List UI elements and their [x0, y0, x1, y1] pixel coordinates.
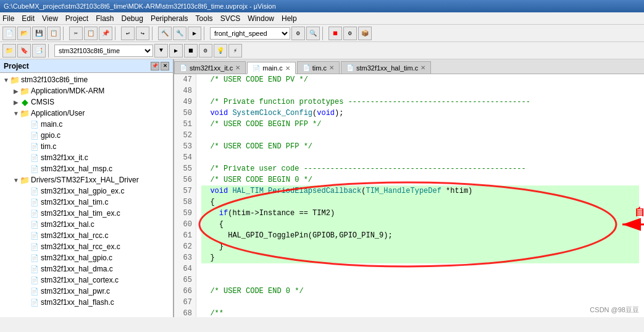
tree-item-19[interactable]: 📄stm32f1xx_hal_pwr.c: [0, 286, 173, 297]
t2-btn3[interactable]: 📑: [32, 44, 46, 57]
config-btn[interactable]: ⚙: [343, 27, 357, 40]
target-combo[interactable]: front_right_speed: [210, 27, 290, 40]
tree-item-13[interactable]: 📄stm32f1xx_hal.c: [0, 219, 173, 230]
code-editor[interactable]: 4748495051525354555657585960616263646566…: [174, 74, 644, 317]
line-number-47: 47: [178, 74, 192, 85]
line-number-58: 58: [178, 197, 192, 208]
sep1: [63, 27, 67, 40]
menu-item-project[interactable]: Project: [65, 14, 88, 23]
build-btn[interactable]: 🔨: [158, 27, 172, 40]
t2-build-btn[interactable]: ▶: [169, 44, 183, 57]
tree-item-8[interactable]: 📄stm32f1xx_hal_msp.c: [0, 163, 173, 174]
project-close-btn[interactable]: ✕: [161, 62, 169, 70]
tab-close-3[interactable]: ✕: [420, 64, 425, 71]
menu-item-svcs[interactable]: SVCS: [220, 14, 241, 23]
line-number-59: 59: [178, 208, 192, 219]
combo-settings-btn[interactable]: ⚙: [291, 27, 305, 40]
tree-item-5[interactable]: 📄gpio.c: [0, 130, 173, 141]
tree-item-11[interactable]: 📄stm32f1xx_hal_tim.c: [0, 197, 173, 208]
t2-config-btn[interactable]: ⚙: [199, 44, 212, 57]
menu-item-view[interactable]: View: [42, 14, 58, 23]
tab-close-2[interactable]: ✕: [329, 64, 334, 71]
tree-label-6: tim.c: [41, 142, 56, 151]
file-icon-8: 📄: [30, 164, 40, 174]
line-number-64: 64: [178, 263, 192, 275]
file-icon-19: 📄: [30, 286, 40, 296]
tab-1[interactable]: 📄main.c✕: [247, 62, 295, 74]
copy-btn[interactable]: 📋: [84, 27, 98, 40]
tree-item-12[interactable]: 📄stm32f1xx_hal_tim_ex.c: [0, 208, 173, 219]
toolbar-row2: 📁 🔖 📑 stm32f103c8t6_time ▼ ▶ ⏹ ⚙ 💡 ⚡: [0, 42, 644, 59]
t2-btn1[interactable]: 📁: [2, 44, 16, 57]
t2-btn2[interactable]: 🔖: [17, 44, 31, 57]
menu-item-debug[interactable]: Debug: [122, 14, 143, 23]
open-btn[interactable]: 📂: [17, 27, 31, 40]
tree-item-14[interactable]: 📄stm32f1xx_hal_rcc.c: [0, 230, 173, 241]
tree-item-9[interactable]: ▼📁Drivers/STM32F1xx_HAL_Driver: [0, 174, 173, 185]
code-line-48: [201, 85, 639, 96]
menu-item-peripherals[interactable]: Peripherals: [151, 14, 188, 23]
t2-arrow-btn[interactable]: ▼: [154, 44, 168, 57]
stop-btn[interactable]: ⏹: [328, 27, 342, 40]
file-icon-17: 📄: [30, 264, 40, 274]
tree-item-6[interactable]: 📄tim.c: [0, 141, 173, 152]
tree-item-17[interactable]: 📄stm32f1xx_hal_dma.c: [0, 263, 173, 275]
tree-item-7[interactable]: 📄stm32f1xx_it.c: [0, 152, 173, 163]
packs-btn[interactable]: 📦: [358, 27, 372, 40]
rebuild-btn[interactable]: 🔧: [173, 27, 186, 40]
debug-btn[interactable]: ▶: [188, 27, 201, 40]
folder-icon-1: 📁: [20, 86, 30, 96]
line-number-53: 53: [178, 141, 192, 152]
tab-3[interactable]: 📄stm32f1xx_hal_tim.c✕: [341, 61, 431, 74]
find-btn[interactable]: 🔍: [306, 27, 320, 40]
project-panel: Project 📌 ✕ ▼📁stm32f103c8t6_time▶📁Applic…: [0, 59, 174, 317]
tree-item-20[interactable]: 📄stm32f1xx_hal_flash.c: [0, 297, 173, 308]
cut-btn[interactable]: ✂: [69, 27, 83, 40]
line-number-50: 50: [178, 108, 192, 119]
tree-label-17: stm32f1xx_hal_dma.c: [41, 265, 113, 273]
code-line-57: void HAL_TIM_PeriodElapsedCallback(TIM_H…: [201, 185, 639, 197]
menu-item-help[interactable]: Help: [282, 14, 297, 23]
tree-item-4[interactable]: 📄main.c: [0, 119, 173, 130]
tree-label-15: stm32f1xx_hal_rcc_ex.c: [41, 242, 120, 251]
tree-item-3[interactable]: ▼📁Application/User: [0, 108, 173, 119]
tree-label-8: stm32f1xx_hal_msp.c: [41, 164, 112, 173]
t2-load-btn[interactable]: 💡: [214, 44, 227, 57]
undo-btn[interactable]: ↩: [121, 27, 135, 40]
new-btn[interactable]: 📄: [2, 27, 16, 40]
project-target-combo[interactable]: stm32f103c8t6_time: [54, 45, 153, 57]
save-all-btn[interactable]: 📋: [47, 27, 61, 40]
code-line-49: /* Private function prototypes ---------…: [201, 96, 639, 108]
menu-item-window[interactable]: Window: [248, 14, 274, 23]
tab-file-icon-1: 📄: [253, 65, 260, 72]
tree-item-2[interactable]: ▶◆CMSIS: [0, 96, 173, 108]
save-btn[interactable]: 💾: [32, 27, 46, 40]
file-icon-12: 📄: [30, 208, 40, 218]
menu-item-flash[interactable]: Flash: [96, 14, 114, 23]
tab-close-0[interactable]: ✕: [235, 64, 240, 71]
menu-item-tools[interactable]: Tools: [196, 14, 213, 23]
t2-stop-btn[interactable]: ⏹: [184, 44, 198, 57]
tree-item-10[interactable]: 📄stm32f1xx_hal_gpio_ex.c: [0, 185, 173, 197]
sep2: [115, 27, 119, 40]
tree-item-0[interactable]: ▼📁stm32f103c8t6_time: [0, 74, 173, 85]
t2-flash-btn[interactable]: ⚡: [228, 44, 242, 57]
tab-label-1: main.c: [262, 64, 282, 72]
tab-0[interactable]: 📄stm32f1xx_it.c✕: [174, 61, 246, 74]
tree-item-15[interactable]: 📄stm32f1xx_hal_rcc_ex.c: [0, 241, 173, 252]
project-pin-btn[interactable]: 📌: [151, 62, 159, 70]
menu-item-file[interactable]: File: [2, 14, 14, 23]
menu-item-edit[interactable]: Edit: [22, 14, 35, 23]
tab-file-icon-2: 📄: [303, 64, 310, 71]
tree-item-18[interactable]: 📄stm32f1xx_hal_cortex.c: [0, 275, 173, 286]
line-number-67: 67: [178, 297, 192, 308]
tree-item-16[interactable]: 📄stm32f1xx_hal_gpio.c: [0, 252, 173, 263]
tree-label-9: Drivers/STM32F1xx_HAL_Driver: [31, 176, 139, 184]
redo-btn[interactable]: ↪: [136, 27, 149, 40]
tree-item-1[interactable]: ▶📁Application/MDK-ARM: [0, 85, 173, 96]
project-header-buttons: 📌 ✕: [151, 62, 169, 70]
tab-2[interactable]: 📄tim.c✕: [297, 61, 340, 74]
paste-btn[interactable]: 📌: [99, 27, 112, 40]
tab-close-1[interactable]: ✕: [285, 65, 290, 72]
line-number-51: 51: [178, 119, 192, 130]
